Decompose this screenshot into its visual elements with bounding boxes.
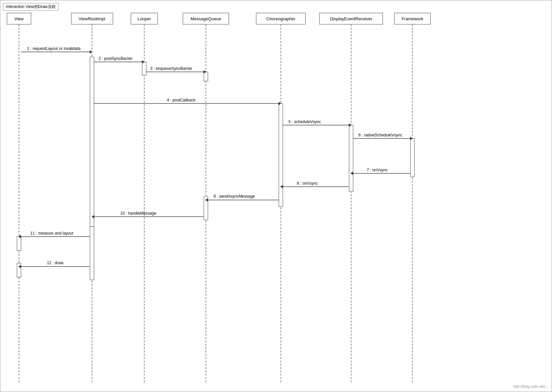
actor-displayeventreceiver-label: DisplayEventReceiver (330, 16, 372, 21)
actor-framework-label: Framework (401, 16, 423, 21)
activation-choreographer-main (279, 103, 283, 207)
label-9: 9 : sendAsyncMessage (214, 194, 255, 199)
label-6: 6 : nativeScheduleVsync (358, 133, 402, 137)
activation-view-1 (17, 237, 21, 251)
label-4: 4 : postCallback (167, 98, 196, 102)
actor-choreographer-label: Choreographer (266, 16, 295, 21)
label-11: 11 : measure and layout (30, 231, 73, 236)
label-10: 10 : handleMessage (120, 211, 156, 216)
label-8: 8 : onVsync (297, 181, 318, 186)
activation-looper (142, 62, 146, 75)
label-5: 5 : scheduleVsync (288, 119, 321, 124)
activation-framework (410, 138, 414, 177)
actor-view-label: View (14, 16, 24, 21)
label-3: 3 : enqueueSyncBarrier (150, 66, 192, 71)
arrowhead-1 (90, 50, 92, 54)
label-1: 1 : requestLayout or invalidata (27, 46, 81, 51)
label-2: 2 : postSyncBarrier (99, 56, 133, 61)
activation-displayeventreceiver (349, 125, 353, 192)
label-12: 12 : draw (47, 261, 64, 265)
activation-viewrootimpl-sub (90, 227, 94, 280)
watermark: http://blog.csdn.net/... (513, 384, 548, 388)
actor-looper-label: Looper (138, 16, 151, 21)
diagram-container: interaction View的Draw流程 View ViewRootImp… (0, 0, 552, 392)
activation-viewrootimpl-main (90, 57, 94, 227)
label-7: 7 : onVsync (367, 168, 388, 172)
actor-messagequeue-label: MessageQueue (191, 16, 221, 21)
sequence-diagram-svg: View ViewRootImpl Looper MessageQueue Ch… (0, 0, 552, 392)
activation-messagequeue-1 (204, 72, 208, 81)
actor-viewrootimpl-label: ViewRootImpl (79, 16, 105, 21)
